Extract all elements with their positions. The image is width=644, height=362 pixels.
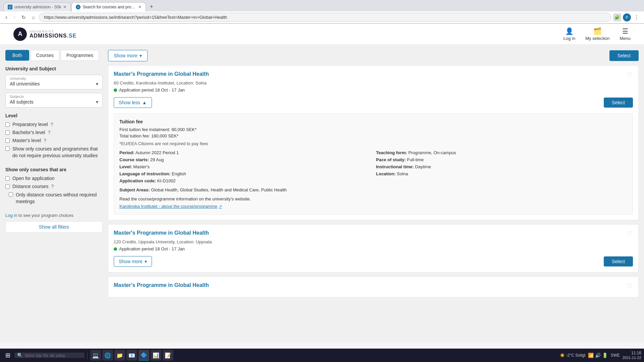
total-tuition: Total tuition fee: 180,000 SEK*: [119, 133, 627, 138]
first-installment: First tuition fee instalment: 90,000 SEK…: [119, 127, 627, 132]
card3-title[interactable]: Master's Programme in Global Health: [114, 282, 209, 288]
chevron-down-icon-2: ▾: [145, 259, 147, 264]
checkbox-distance-no-meetings-label: Only distance courses without required m…: [16, 192, 103, 205]
new-tab-button[interactable]: +: [147, 2, 156, 11]
top-show-more-btn[interactable]: Show more ▾: [108, 50, 148, 61]
settings-icon[interactable]: ⋮: [633, 13, 641, 21]
subjects-select-label: Subjects: [6, 93, 102, 99]
browser-tab-1[interactable]: U university admission - S0k ✕: [3, 2, 71, 11]
subjects-chevron-icon: ▾: [96, 99, 98, 105]
back-button[interactable]: ‹: [3, 13, 9, 21]
details-grid: Period: Autumn 2022 Period 1 Teaching fo…: [119, 150, 627, 183]
card2-title[interactable]: Master's Programme in Global Health: [114, 230, 209, 236]
checkbox-masters-input[interactable]: [5, 138, 10, 143]
university-select-label: University: [6, 75, 102, 80]
card1-subtitle: 60 Credits, Karolinska Institutet, Locat…: [114, 80, 633, 85]
university-subject-section: University and Subject University All un…: [5, 66, 103, 108]
top-show-more-row: Show more ▾ Select: [108, 50, 639, 61]
distance-help-icon[interactable]: ?: [51, 184, 54, 189]
result-card-2: Master's Programme in Global Health ♡ 12…: [108, 224, 639, 273]
tab-programmes[interactable]: Programmes: [61, 50, 99, 61]
logo-circle: A: [13, 27, 27, 41]
menu-nav-item[interactable]: ☰ Menu: [620, 27, 631, 41]
card1-select-btn[interactable]: Select: [604, 98, 633, 108]
reload-button[interactable]: ↻: [19, 14, 28, 21]
my-selection-nav-item[interactable]: 🗂️ My selection: [585, 27, 609, 41]
show-all-filters-btn[interactable]: Show all filters: [5, 221, 103, 233]
checkbox-preparatory-label: Preparatory level: [12, 122, 48, 127]
sidebar: Both Courses Programmes University and S…: [5, 50, 103, 337]
extensions-icon[interactable]: 🧩: [613, 13, 621, 21]
checkbox-bachelor-label: Bachelor's level: [12, 130, 45, 135]
university-select-value: All universities: [10, 81, 40, 86]
card2-heart-btn[interactable]: ♡: [627, 230, 633, 238]
top-select-btn[interactable]: Select: [609, 50, 639, 61]
tab-favicon-1: U: [8, 5, 12, 9]
checkbox-masters: Master's level ?: [5, 138, 103, 143]
card1-title[interactable]: Master's Programme in Global Health: [114, 71, 209, 77]
address-bar[interactable]: [39, 13, 611, 22]
detail-instructional-time: Instructional time: Daytime: [376, 164, 627, 169]
courses-filter-section: Show only courses that are Open for appl…: [5, 167, 103, 207]
tab-close-1[interactable]: ✕: [63, 5, 66, 9]
result-card-3: Master's Programme in Global Health ♡: [108, 277, 639, 297]
checkbox-open-input[interactable]: [5, 176, 10, 181]
bachelor-help-icon[interactable]: ?: [48, 130, 51, 135]
checkbox-no-prev: Show only courses and programmes that do…: [5, 146, 103, 159]
card1-show-less-btn[interactable]: Show less ▲: [114, 97, 152, 108]
detail-pace: Pace of study: Full-time: [376, 157, 627, 162]
chevron-up-icon: ▲: [142, 100, 147, 105]
chevron-down-icon: ▾: [140, 53, 142, 58]
browser-tab-2[interactable]: A Search for courses and progr... ✕: [71, 2, 146, 11]
login-nav-item[interactable]: 👤 Log in: [564, 27, 575, 41]
login-link[interactable]: Log in: [5, 213, 17, 218]
site-header: A UNIVERSITY ADMISSIONS.SE 👤 Log in 🗂️ M…: [0, 24, 644, 45]
card1-heart-btn[interactable]: ♡: [627, 71, 633, 79]
checkbox-bachelor-input[interactable]: [5, 130, 10, 135]
subject-areas: Subject Areas: Global Health, Global Stu…: [119, 187, 627, 192]
header-nav: 👤 Log in 🗂️ My selection ☰ Menu: [564, 27, 631, 41]
result-card-1: Master's Programme in Global Health ♡ 60…: [108, 65, 639, 220]
checkbox-no-prev-input[interactable]: [5, 146, 10, 151]
login-section: Log in to see your program choices: [5, 213, 103, 218]
checkbox-no-prev-label: Show only courses and programmes that do…: [12, 146, 103, 159]
tab-close-2[interactable]: ✕: [138, 5, 142, 9]
forward-button[interactable]: ›: [11, 13, 17, 21]
profile-icon[interactable]: P: [623, 13, 631, 21]
subjects-select-group[interactable]: Subjects All subjects ▾: [5, 93, 103, 108]
card3-heart-btn[interactable]: ♡: [627, 282, 633, 290]
detail-teaching-form: Teaching form: Programme, On-campus: [376, 150, 627, 155]
card2-show-more-btn[interactable]: Show more ▾: [114, 256, 152, 267]
tab-label-2: Search for courses and progr...: [83, 5, 136, 9]
checkbox-masters-label: Master's level: [12, 138, 41, 143]
detail-location: Location: Solna: [376, 171, 627, 176]
tab-favicon-2: A: [76, 5, 80, 9]
checkbox-preparatory: Preparatory level ?: [5, 122, 103, 127]
green-dot-2: [114, 247, 117, 251]
checkbox-preparatory-input[interactable]: [5, 122, 10, 127]
card1-expanded-details: Tuition fee First tuition fee instalment…: [114, 113, 633, 215]
checkbox-distance-no-meetings-input[interactable]: [9, 192, 13, 197]
university-select-group[interactable]: University All universities ▾: [5, 75, 103, 89]
preparatory-help-icon[interactable]: ?: [51, 122, 53, 127]
my-selection-icon: 🗂️: [593, 27, 602, 35]
tab-both[interactable]: Both: [5, 50, 29, 61]
checkbox-distance-no-meetings: Only distance courses without required m…: [5, 192, 103, 205]
tuition-title: Tuition fee: [119, 119, 627, 124]
home-button[interactable]: ⌂: [30, 14, 37, 21]
checkbox-open: Open for application: [5, 176, 103, 181]
university-chevron-icon: ▾: [96, 81, 98, 86]
masters-help-icon[interactable]: ?: [44, 138, 46, 143]
card2-select-btn[interactable]: Select: [604, 256, 633, 266]
tab-courses[interactable]: Courses: [31, 50, 59, 61]
logo-area[interactable]: A UNIVERSITY ADMISSIONS.SE: [13, 27, 76, 41]
detail-language: Language of instruction: English: [119, 171, 371, 176]
login-suffix: to see your program choices: [17, 213, 73, 218]
card2-subtitle: 120 Credits, Uppsala University, Locatio…: [114, 239, 633, 244]
tuition-note: *EU/EEA Citizens are not required to pay…: [119, 141, 627, 146]
courses-filter-title: Show only courses that are: [5, 167, 103, 172]
course-link[interactable]: Karolinska Institutet - about the course…: [119, 204, 222, 209]
checkbox-bachelor: Bachelor's level ?: [5, 130, 103, 135]
checkbox-distance-input[interactable]: [5, 184, 10, 189]
checkbox-distance: Distance courses ?: [5, 184, 103, 189]
